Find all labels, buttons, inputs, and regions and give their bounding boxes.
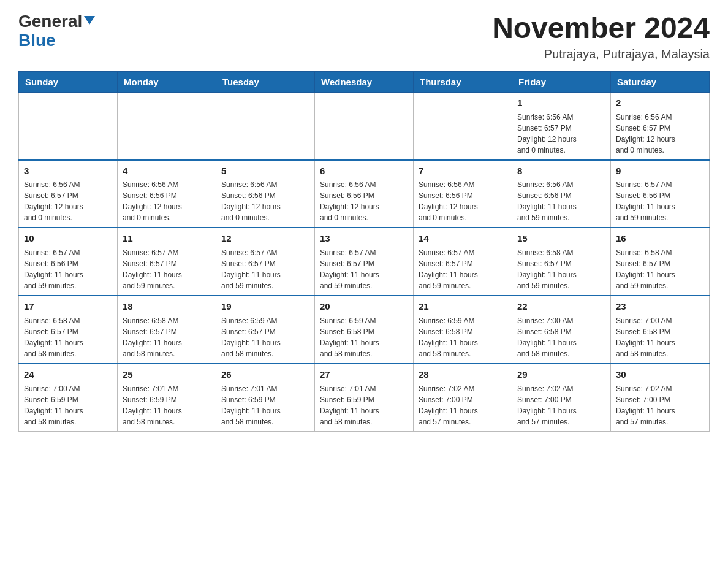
day-info: Sunrise: 6:56 AM Sunset: 6:57 PM Dayligh…	[24, 179, 112, 223]
day-number: 30	[616, 368, 704, 381]
day-info: Sunrise: 6:57 AM Sunset: 6:57 PM Dayligh…	[221, 247, 309, 291]
calendar-day-cell: 2Sunrise: 6:56 AM Sunset: 6:57 PM Daylig…	[611, 92, 710, 159]
calendar-day-cell: 9Sunrise: 6:57 AM Sunset: 6:56 PM Daylig…	[611, 160, 710, 228]
calendar-table: SundayMondayTuesdayWednesdayThursdayFrid…	[18, 71, 710, 432]
day-number: 24	[24, 368, 112, 381]
day-info: Sunrise: 6:58 AM Sunset: 6:57 PM Dayligh…	[517, 247, 605, 291]
day-number: 14	[419, 232, 507, 245]
day-info: Sunrise: 6:57 AM Sunset: 6:57 PM Dayligh…	[123, 247, 211, 291]
day-number: 26	[221, 368, 309, 381]
calendar-day-cell	[315, 92, 414, 159]
day-number: 4	[123, 164, 211, 178]
location-text: Putrajaya, Putrajaya, Malaysia	[492, 47, 710, 61]
day-number: 23	[616, 300, 704, 313]
day-info: Sunrise: 6:56 AM Sunset: 6:56 PM Dayligh…	[320, 179, 408, 223]
day-number: 22	[517, 300, 605, 313]
day-number: 12	[221, 232, 309, 245]
calendar-day-cell: 27Sunrise: 7:01 AM Sunset: 6:59 PM Dayli…	[315, 364, 414, 431]
calendar-day-cell	[216, 92, 315, 159]
calendar-day-cell: 10Sunrise: 6:57 AM Sunset: 6:56 PM Dayli…	[19, 228, 118, 296]
calendar-day-cell: 18Sunrise: 6:58 AM Sunset: 6:57 PM Dayli…	[118, 296, 216, 364]
calendar-day-cell: 23Sunrise: 7:00 AM Sunset: 6:58 PM Dayli…	[611, 296, 710, 364]
day-number: 27	[320, 368, 408, 381]
calendar-day-cell: 21Sunrise: 6:59 AM Sunset: 6:58 PM Dayli…	[414, 296, 512, 364]
calendar-day-cell	[414, 92, 512, 159]
day-info: Sunrise: 6:58 AM Sunset: 6:57 PM Dayligh…	[123, 315, 211, 359]
calendar-day-cell: 20Sunrise: 6:59 AM Sunset: 6:58 PM Dayli…	[315, 296, 414, 364]
day-info: Sunrise: 7:02 AM Sunset: 7:00 PM Dayligh…	[616, 383, 704, 427]
day-info: Sunrise: 7:00 AM Sunset: 6:58 PM Dayligh…	[517, 315, 605, 359]
calendar-day-cell: 7Sunrise: 6:56 AM Sunset: 6:56 PM Daylig…	[414, 160, 512, 228]
calendar-header-tuesday: Tuesday	[216, 71, 315, 92]
day-number: 25	[123, 368, 211, 381]
calendar-header-friday: Friday	[512, 71, 611, 92]
calendar-week-row: 10Sunrise: 6:57 AM Sunset: 6:56 PM Dayli…	[19, 228, 710, 296]
day-info: Sunrise: 7:01 AM Sunset: 6:59 PM Dayligh…	[123, 383, 211, 427]
day-info: Sunrise: 6:58 AM Sunset: 6:57 PM Dayligh…	[616, 247, 704, 291]
calendar-header-saturday: Saturday	[611, 71, 710, 92]
calendar-day-cell: 29Sunrise: 7:02 AM Sunset: 7:00 PM Dayli…	[512, 364, 611, 431]
day-number: 16	[616, 232, 704, 245]
day-info: Sunrise: 6:57 AM Sunset: 6:56 PM Dayligh…	[616, 179, 704, 223]
calendar-day-cell: 24Sunrise: 7:00 AM Sunset: 6:59 PM Dayli…	[19, 364, 118, 431]
day-number: 28	[419, 368, 507, 381]
day-number: 7	[419, 164, 507, 178]
day-info: Sunrise: 6:57 AM Sunset: 6:56 PM Dayligh…	[24, 247, 112, 291]
month-title: November 2024	[492, 12, 710, 45]
day-number: 1	[517, 96, 605, 110]
calendar-day-cell: 6Sunrise: 6:56 AM Sunset: 6:56 PM Daylig…	[315, 160, 414, 228]
calendar-header-wednesday: Wednesday	[315, 71, 414, 92]
calendar-week-row: 24Sunrise: 7:00 AM Sunset: 6:59 PM Dayli…	[19, 364, 710, 431]
calendar-day-cell: 28Sunrise: 7:02 AM Sunset: 7:00 PM Dayli…	[414, 364, 512, 431]
calendar-day-cell: 22Sunrise: 7:00 AM Sunset: 6:58 PM Dayli…	[512, 296, 611, 364]
calendar-week-row: 1Sunrise: 6:56 AM Sunset: 6:57 PM Daylig…	[19, 92, 710, 159]
calendar-day-cell: 26Sunrise: 7:01 AM Sunset: 6:59 PM Dayli…	[216, 364, 315, 431]
logo-general-text: General	[18, 12, 82, 31]
day-info: Sunrise: 7:01 AM Sunset: 6:59 PM Dayligh…	[320, 383, 408, 427]
day-info: Sunrise: 6:57 AM Sunset: 6:57 PM Dayligh…	[320, 247, 408, 291]
day-number: 3	[24, 164, 112, 178]
calendar-day-cell: 19Sunrise: 6:59 AM Sunset: 6:57 PM Dayli…	[216, 296, 315, 364]
day-info: Sunrise: 6:56 AM Sunset: 6:56 PM Dayligh…	[419, 179, 507, 223]
day-number: 5	[221, 164, 309, 178]
calendar-header-row: SundayMondayTuesdayWednesdayThursdayFrid…	[19, 71, 710, 92]
day-info: Sunrise: 6:56 AM Sunset: 6:57 PM Dayligh…	[616, 112, 704, 156]
day-info: Sunrise: 6:59 AM Sunset: 6:58 PM Dayligh…	[419, 315, 507, 359]
day-number: 17	[24, 300, 112, 313]
logo-arrow-icon	[84, 16, 95, 25]
day-info: Sunrise: 6:56 AM Sunset: 6:56 PM Dayligh…	[123, 179, 211, 223]
day-info: Sunrise: 7:00 AM Sunset: 6:59 PM Dayligh…	[24, 383, 112, 427]
day-info: Sunrise: 7:02 AM Sunset: 7:00 PM Dayligh…	[517, 383, 605, 427]
page-header: General Blue November 2024 Putrajaya, Pu…	[18, 12, 710, 61]
calendar-day-cell: 4Sunrise: 6:56 AM Sunset: 6:56 PM Daylig…	[118, 160, 216, 228]
day-number: 21	[419, 300, 507, 313]
day-info: Sunrise: 6:59 AM Sunset: 6:58 PM Dayligh…	[320, 315, 408, 359]
calendar-day-cell: 25Sunrise: 7:01 AM Sunset: 6:59 PM Dayli…	[118, 364, 216, 431]
calendar-day-cell: 5Sunrise: 6:56 AM Sunset: 6:56 PM Daylig…	[216, 160, 315, 228]
day-info: Sunrise: 6:56 AM Sunset: 6:57 PM Dayligh…	[517, 112, 605, 156]
calendar-header-sunday: Sunday	[19, 71, 118, 92]
day-number: 9	[616, 164, 704, 178]
day-number: 15	[517, 232, 605, 245]
day-info: Sunrise: 6:56 AM Sunset: 6:56 PM Dayligh…	[221, 179, 309, 223]
calendar-day-cell: 3Sunrise: 6:56 AM Sunset: 6:57 PM Daylig…	[19, 160, 118, 228]
calendar-day-cell: 17Sunrise: 6:58 AM Sunset: 6:57 PM Dayli…	[19, 296, 118, 364]
calendar-day-cell: 8Sunrise: 6:56 AM Sunset: 6:56 PM Daylig…	[512, 160, 611, 228]
title-block: November 2024 Putrajaya, Putrajaya, Mala…	[492, 12, 710, 61]
day-number: 6	[320, 164, 408, 178]
calendar-day-cell: 11Sunrise: 6:57 AM Sunset: 6:57 PM Dayli…	[118, 228, 216, 296]
day-number: 8	[517, 164, 605, 178]
day-number: 20	[320, 300, 408, 313]
day-number: 19	[221, 300, 309, 313]
day-number: 29	[517, 368, 605, 381]
calendar-day-cell: 13Sunrise: 6:57 AM Sunset: 6:57 PM Dayli…	[315, 228, 414, 296]
day-number: 13	[320, 232, 408, 245]
day-info: Sunrise: 7:02 AM Sunset: 7:00 PM Dayligh…	[419, 383, 507, 427]
calendar-day-cell: 16Sunrise: 6:58 AM Sunset: 6:57 PM Dayli…	[611, 228, 710, 296]
day-info: Sunrise: 6:56 AM Sunset: 6:56 PM Dayligh…	[517, 179, 605, 223]
day-info: Sunrise: 6:59 AM Sunset: 6:57 PM Dayligh…	[221, 315, 309, 359]
day-number: 10	[24, 232, 112, 245]
day-info: Sunrise: 6:58 AM Sunset: 6:57 PM Dayligh…	[24, 315, 112, 359]
calendar-day-cell: 15Sunrise: 6:58 AM Sunset: 6:57 PM Dayli…	[512, 228, 611, 296]
logo: General Blue	[18, 12, 95, 50]
